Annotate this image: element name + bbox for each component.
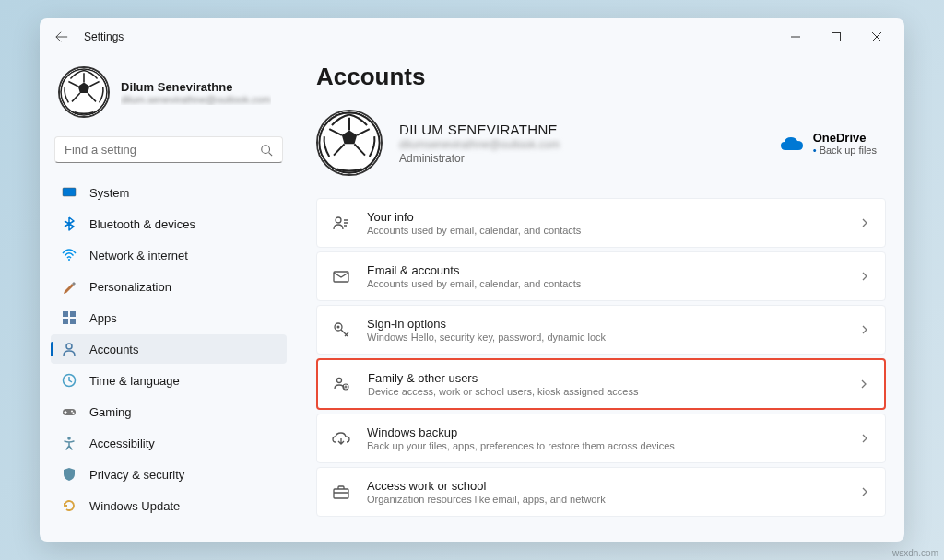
update-icon: [62, 498, 77, 513]
minimize-button[interactable]: [775, 22, 816, 52]
mail-icon: [332, 267, 350, 286]
sidebar-item-time[interactable]: Time & language: [51, 366, 287, 395]
sidebar: Dilum Senevirathne dilum.senevirathne@ou…: [40, 55, 298, 542]
nav-label: Time & language: [89, 374, 180, 388]
card-sub: Windows Hello, security key, password, d…: [367, 332, 843, 343]
card-your-info[interactable]: Your info Accounts used by email, calend…: [316, 198, 886, 248]
window-controls: [775, 22, 897, 52]
user-email: dilum.senevirathne@outlook.com: [121, 94, 271, 105]
time-icon: [62, 373, 77, 388]
nav-label: Apps: [89, 311, 117, 325]
key-icon: [332, 321, 350, 339]
profile-row: DILUM SENEVIRATHNE dilumsenevirathne@out…: [316, 110, 886, 176]
family-icon: [333, 375, 351, 393]
network-icon: [62, 248, 77, 262]
card-text: Family & other users Device access, work…: [368, 371, 842, 397]
apps-icon: [62, 310, 77, 325]
close-button[interactable]: [856, 22, 897, 52]
card-windows-backup[interactable]: Windows backup Back up your files, apps,…: [316, 414, 886, 463]
nav-label: Bluetooth & devices: [89, 217, 195, 231]
card-access-work[interactable]: Access work or school Organization resou…: [316, 467, 886, 517]
svg-point-22: [337, 326, 340, 329]
sidebar-item-update[interactable]: Windows Update: [51, 491, 287, 520]
nav-label: Windows Update: [89, 499, 180, 513]
user-name: Dilum Senevirathne: [121, 80, 271, 94]
nav-label: Gaming: [89, 405, 132, 419]
gaming-icon: [62, 404, 77, 419]
sidebar-item-personalization[interactable]: Personalization: [51, 272, 287, 301]
svg-point-23: [337, 379, 342, 383]
search-icon: [260, 144, 273, 157]
svg-rect-25: [334, 489, 348, 498]
svg-rect-4: [63, 188, 76, 196]
onedrive-sub: Back up files: [813, 145, 877, 156]
sidebar-item-accounts[interactable]: Accounts: [51, 334, 287, 364]
svg-rect-7: [63, 311, 68, 317]
nav-list: System Bluetooth & devices Network & int…: [51, 178, 287, 522]
card-family-users[interactable]: Family & other users Device access, work…: [316, 358, 886, 410]
accessibility-icon: [62, 436, 77, 450]
svg-rect-8: [70, 311, 76, 317]
maximize-button[interactable]: [816, 22, 856, 52]
search-box[interactable]: [54, 136, 283, 163]
svg-rect-10: [70, 319, 76, 324]
arrow-left-icon: [55, 30, 68, 43]
card-text: Sign-in options Windows Hello, security …: [367, 317, 843, 343]
sidebar-item-accessibility[interactable]: Accessibility: [51, 428, 287, 458]
card-sub: Accounts used by email, calendar, and co…: [367, 225, 843, 236]
svg-rect-9: [63, 319, 68, 324]
accounts-icon: [62, 342, 77, 356]
minimize-icon: [791, 32, 800, 41]
sidebar-item-gaming[interactable]: Gaming: [51, 397, 287, 426]
window-title: Settings: [84, 30, 124, 43]
profile-name: DILUM SENEVIRATHNE: [399, 122, 560, 137]
sidebar-item-apps[interactable]: Apps: [51, 303, 287, 332]
card-text: Email & accounts Accounts used by email,…: [367, 263, 843, 289]
nav-label: Network & internet: [89, 249, 188, 262]
chevron-right-icon: [859, 271, 870, 282]
card-signin-options[interactable]: Sign-in options Windows Hello, security …: [316, 305, 886, 355]
personalization-icon: [62, 279, 77, 294]
card-text: Windows backup Back up your files, apps,…: [367, 426, 843, 451]
back-button[interactable]: [47, 22, 77, 52]
card-email-accounts[interactable]: Email & accounts Accounts used by email,…: [316, 251, 886, 301]
card-title: Your info: [367, 210, 843, 224]
avatar: [58, 66, 110, 118]
svg-point-16: [67, 437, 71, 440]
user-info: Dilum Senevirathne dilum.senevirathne@ou…: [121, 80, 271, 105]
sidebar-user[interactable]: Dilum Senevirathne dilum.senevirathne@ou…: [51, 55, 287, 133]
profile-avatar[interactable]: [316, 110, 383, 176]
card-title: Email & accounts: [367, 263, 843, 277]
page-title: Accounts: [316, 63, 886, 91]
bluetooth-icon: [62, 216, 77, 231]
svg-point-3: [262, 145, 270, 153]
card-title: Windows backup: [367, 426, 843, 439]
backup-icon: [332, 429, 350, 448]
profile-role: Administrator: [399, 152, 560, 165]
sidebar-item-bluetooth[interactable]: Bluetooth & devices: [51, 209, 287, 239]
card-title: Access work or school: [367, 479, 843, 493]
card-sub: Organization resources like email, apps,…: [367, 494, 843, 505]
sidebar-item-network[interactable]: Network & internet: [51, 240, 287, 270]
close-icon: [872, 32, 881, 41]
svg-point-11: [66, 344, 72, 349]
sidebar-item-system[interactable]: System: [51, 178, 287, 207]
svg-point-15: [73, 413, 75, 414]
person-card-icon: [332, 214, 350, 232]
onedrive-title: OneDrive: [813, 131, 877, 145]
card-sub: Accounts used by email, calendar, and co…: [367, 278, 843, 289]
chevron-right-icon: [859, 324, 870, 335]
card-title: Family & other users: [368, 371, 842, 385]
card-text: Access work or school Organization resou…: [367, 479, 843, 505]
chevron-right-icon: [859, 486, 870, 497]
chevron-right-icon: [858, 379, 869, 390]
card-sub: Back up your files, apps, preferences to…: [367, 440, 843, 451]
search-input[interactable]: [65, 143, 260, 157]
onedrive-text: OneDrive Back up files: [813, 131, 877, 156]
onedrive-card[interactable]: OneDrive Back up files: [780, 131, 886, 156]
body: Dilum Senevirathne dilum.senevirathne@ou…: [40, 55, 904, 542]
settings-window: Settings Dilum Senevirathne dilum.senevi…: [40, 18, 904, 542]
sidebar-item-privacy[interactable]: Privacy & security: [51, 460, 287, 489]
system-icon: [62, 185, 77, 200]
maximize-icon: [832, 32, 841, 41]
